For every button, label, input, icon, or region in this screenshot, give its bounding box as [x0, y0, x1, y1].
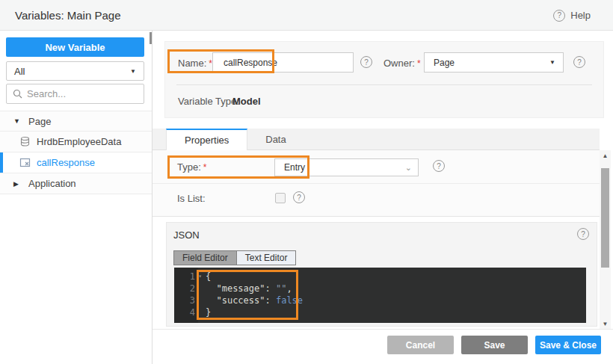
tab-properties[interactable]: Properties [166, 129, 247, 150]
owner-label: Owner:* [383, 58, 421, 69]
type-select[interactable]: Entry ⌄ [274, 158, 419, 176]
help-label: Help [570, 10, 591, 21]
is-list-help-icon[interactable]: ? [293, 191, 305, 203]
json-help-icon[interactable]: ? [577, 228, 589, 240]
save-and-close-button[interactable]: Save & Close [535, 336, 601, 354]
owner-help-icon[interactable]: ? [573, 56, 585, 68]
json-key-message: "message" [216, 283, 265, 294]
line-number-gutter: 1▾ 2 3 4 [174, 268, 198, 323]
required-marker: * [203, 162, 207, 173]
type-row: Type:* Entry ⌄ ? [153, 150, 600, 184]
line-number: 4 [190, 307, 195, 318]
tree-item-label: callResponse [37, 157, 95, 168]
line-number: 1 [190, 271, 195, 282]
tree-item-hrdbemployeedata[interactable]: HrdbEmployeeData [0, 132, 152, 152]
type-label: Type:* [177, 161, 206, 173]
type-help-icon[interactable]: ? [433, 160, 445, 172]
variable-summary-panel: Name:* ? Owner:* Page ▼ ? Variable Type:… [164, 41, 604, 118]
json-value-success: false [276, 295, 303, 306]
page-title: Variables: Main Page [15, 0, 120, 31]
tree-item-label: Page [28, 116, 51, 127]
owner-select[interactable]: Page ▼ [424, 52, 564, 73]
filter-selected-value: All [14, 66, 25, 77]
name-help-icon[interactable]: ? [360, 56, 372, 68]
search-input[interactable] [27, 88, 138, 99]
variable-type-label: Variable Type: [178, 96, 239, 107]
scroll-down-icon[interactable]: ▼ [600, 318, 611, 329]
is-list-label: Is List: [177, 193, 206, 204]
caret-expanded-icon: ▼ [13, 117, 20, 125]
line-number: 3 [190, 295, 195, 306]
variables-sidebar: New Variable All ▼ ▼ Page [0, 31, 153, 364]
json-key-success: "success" [216, 295, 265, 306]
variable-type-value: Model [232, 96, 261, 107]
save-button[interactable]: Save [461, 336, 528, 354]
json-section-title: JSON [173, 229, 200, 241]
owner-selected-value: Page [434, 58, 455, 68]
is-list-row: Is List: ? [153, 184, 600, 217]
tree-item-page[interactable]: ▼ Page [0, 111, 152, 132]
json-value-message: "" [276, 283, 286, 294]
tab-data[interactable]: Data [247, 129, 304, 150]
caret-down-icon: ▼ [549, 59, 555, 66]
is-list-checkbox[interactable] [275, 193, 286, 203]
variable-search [6, 84, 144, 104]
tree-item-label: Application [28, 178, 76, 189]
required-marker: * [417, 58, 421, 69]
editor-mode-toggle: Field Editor Text Editor [173, 250, 296, 265]
scrollbar-thumb[interactable] [601, 168, 609, 268]
tree-item-callresponse[interactable]: callResponse [0, 152, 152, 173]
scroll-up-icon[interactable]: ▲ [600, 150, 611, 161]
detail-tabs: Properties Data [153, 129, 600, 150]
caret-down-icon: ▼ [130, 68, 136, 75]
selected-indicator [0, 152, 3, 173]
properties-scrollbar: ▲ ▼ [600, 150, 611, 329]
service-variable-icon [19, 136, 31, 147]
search-icon [13, 89, 22, 99]
chevron-down-icon: ⌄ [405, 163, 412, 173]
field-editor-button[interactable]: Field Editor [174, 251, 237, 265]
cancel-button[interactable]: Cancel [387, 336, 454, 354]
fold-caret-icon[interactable]: ▾ [198, 271, 202, 283]
variables-dialog: Variables: Main Page ? Help New Variable… [0, 0, 613, 364]
name-input[interactable] [212, 52, 354, 73]
variables-tree: ▼ Page HrdbEmployeeData [0, 111, 152, 194]
text-editor-button[interactable]: Text Editor [237, 251, 296, 265]
help-question-icon: ? [553, 10, 565, 22]
tree-item-label: HrdbEmployeeData [37, 136, 121, 147]
code-content: { "message": "", "success": false} [198, 268, 303, 323]
new-variable-button[interactable]: New Variable [6, 37, 144, 57]
tree-item-application[interactable]: ▶ Application [0, 173, 152, 194]
help-button[interactable]: ? Help [553, 0, 591, 31]
properties-panel: Type:* Entry ⌄ ? Is List: ? [153, 150, 600, 217]
divider [176, 84, 592, 85]
model-variable-icon [19, 157, 31, 168]
line-number: 2 [190, 283, 195, 294]
type-selected-value: Entry [284, 162, 305, 173]
caret-collapsed-icon: ▶ [13, 180, 20, 188]
name-label: Name:* [178, 58, 212, 69]
json-code-editor[interactable]: 1▾ 2 3 4 { "message": "", "success": fal… [174, 268, 586, 323]
sidebar-scrollbar-thumb[interactable] [150, 32, 152, 44]
dialog-footer: Cancel Save Save & Close [153, 329, 613, 364]
dialog-header: Variables: Main Page ? Help [0, 0, 613, 31]
json-section: JSON ? Field Editor Text Editor 1▾ 2 3 4… [166, 222, 597, 327]
variable-filter-select[interactable]: All ▼ [6, 61, 144, 81]
